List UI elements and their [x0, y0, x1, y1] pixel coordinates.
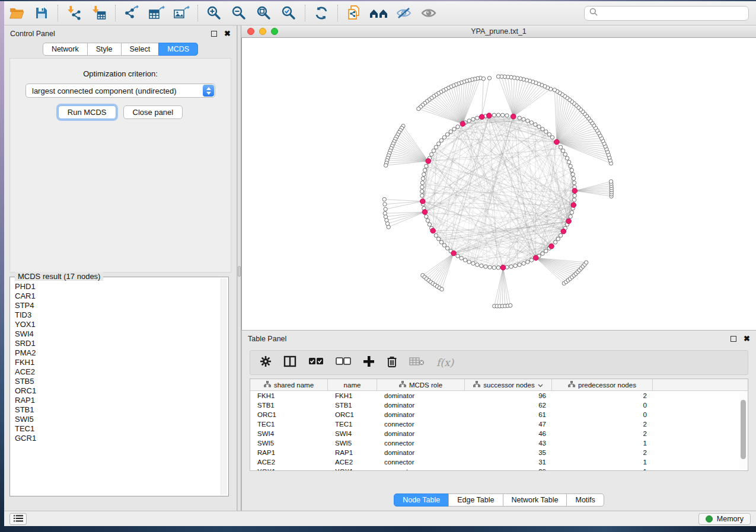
cell-mcds-role[interactable]: dominator	[377, 400, 465, 410]
cell-mcds-role[interactable]: connector	[377, 467, 465, 471]
hide-selected-button[interactable]	[394, 4, 413, 23]
new-network-from-selection-button[interactable]	[344, 4, 363, 23]
tab-select[interactable]: Select	[121, 43, 160, 56]
table-row[interactable]: SWI5SWI5connector431	[250, 438, 748, 448]
table-row[interactable]: TEC1TEC1connector472	[250, 419, 748, 429]
mcds-result-item[interactable]: STB5	[14, 377, 220, 386]
add-column-button[interactable]	[363, 355, 375, 370]
cell-mcds-role[interactable]: dominator	[377, 410, 465, 419]
mcds-result-item[interactable]: ORC1	[14, 386, 220, 396]
column-header-predecessor-nodes[interactable]: predecessor nodes	[552, 379, 653, 390]
table-scrollbar[interactable]	[739, 392, 747, 469]
save-button[interactable]	[32, 4, 51, 23]
mcds-result-item[interactable]: YOX1	[14, 320, 220, 329]
maximize-window-button[interactable]	[271, 28, 278, 35]
column-header-successor-nodes[interactable]: successor nodes	[465, 379, 552, 390]
cell-mcds-role[interactable]: connector	[377, 419, 465, 429]
cell-successor-nodes[interactable]: 96	[465, 391, 552, 400]
tab-motifs[interactable]: Motifs	[566, 493, 604, 507]
cell-name[interactable]: SWI4	[328, 429, 377, 438]
tab-network[interactable]: Network	[43, 43, 88, 56]
deselect-all-button[interactable]	[336, 357, 351, 368]
table-row[interactable]: STB1STB1dominator620	[250, 400, 748, 410]
zoom-selected-button[interactable]	[279, 4, 298, 23]
zoom-out-button[interactable]	[229, 4, 248, 23]
cell-successor-nodes[interactable]: 61	[465, 410, 552, 419]
cell-shared-name[interactable]: ACE2	[250, 457, 328, 467]
show-all-button[interactable]	[419, 4, 438, 23]
delete-table-button[interactable]	[409, 357, 425, 368]
cell-successor-nodes[interactable]: 43	[465, 438, 552, 448]
table-row[interactable]: ACE2ACE2connector311	[250, 457, 748, 467]
cell-name[interactable]: ACE2	[328, 457, 377, 467]
cell-mcds-role[interactable]: dominator	[377, 429, 465, 438]
table-row[interactable]: YOX1YOX1connector291	[250, 467, 748, 471]
minimize-window-button[interactable]	[259, 28, 266, 35]
cell-name[interactable]: SWI5	[328, 438, 377, 448]
table-row[interactable]: FKH1FKH1dominator962	[250, 391, 748, 400]
network-canvas[interactable]	[241, 38, 756, 330]
tab-style[interactable]: Style	[87, 43, 122, 56]
delete-column-button[interactable]	[387, 355, 397, 370]
cell-mcds-role[interactable]: dominator	[377, 391, 465, 400]
mcds-result-item[interactable]: FKH1	[14, 358, 220, 367]
tab-network-table[interactable]: Network Table	[503, 493, 567, 507]
mcds-result-item[interactable]: PHD1	[14, 282, 220, 291]
cell-shared-name[interactable]: TEC1	[250, 419, 328, 429]
global-search[interactable]	[584, 6, 749, 21]
zoom-in-button[interactable]	[205, 4, 224, 23]
mcds-result-item[interactable]: CAR1	[14, 291, 220, 301]
cell-successor-nodes[interactable]: 31	[465, 457, 552, 467]
cell-predecessor-nodes[interactable]: 1	[552, 467, 653, 471]
open-button[interactable]	[7, 4, 26, 23]
cell-predecessor-nodes[interactable]: 2	[552, 419, 653, 429]
cell-successor-nodes[interactable]: 46	[465, 429, 552, 438]
mcds-result-item[interactable]: STB1	[14, 405, 220, 415]
cell-predecessor-nodes[interactable]: 0	[552, 410, 653, 419]
tab-mcds[interactable]: MCDS	[158, 43, 198, 56]
cell-predecessor-nodes[interactable]: 2	[552, 448, 653, 457]
mcds-result-item[interactable]: PMA2	[14, 348, 220, 358]
apply-layout-button[interactable]	[312, 4, 331, 23]
cell-name[interactable]: RAP1	[328, 448, 377, 457]
close-window-button[interactable]	[247, 28, 254, 35]
cell-shared-name[interactable]: SWI5	[250, 438, 328, 448]
column-header-shared-name[interactable]: shared name	[250, 379, 328, 390]
network-window-titlebar[interactable]: YPA_prune.txt_1	[241, 25, 756, 38]
import-table-button[interactable]	[90, 4, 109, 23]
mcds-result-item[interactable]: ACE2	[14, 367, 220, 377]
cell-name[interactable]: ORC1	[328, 410, 377, 419]
mcds-result-item[interactable]: TEC1	[14, 424, 220, 434]
cell-predecessor-nodes[interactable]: 1	[552, 438, 653, 448]
criterion-select[interactable]: largest connected component (undirected)	[25, 84, 215, 98]
close-panel-button[interactable]: Close panel	[123, 105, 183, 119]
cell-predecessor-nodes[interactable]: 2	[552, 429, 653, 438]
table-row[interactable]: SWI4SWI4dominator462	[250, 429, 748, 438]
memory-button[interactable]: Memory	[698, 513, 751, 525]
first-neighbors-button[interactable]	[369, 4, 388, 23]
run-mcds-button[interactable]: Run MCDS	[58, 105, 116, 119]
column-header-name[interactable]: name	[328, 379, 377, 390]
cell-mcds-role[interactable]: dominator	[377, 448, 465, 457]
mcds-result-item[interactable]: TID3	[14, 310, 220, 320]
tab-edge-table[interactable]: Edge Table	[448, 493, 503, 507]
cell-name[interactable]: YOX1	[328, 467, 377, 471]
close-table-panel-icon[interactable]: ✖	[744, 336, 750, 342]
task-history-button[interactable]	[9, 513, 27, 525]
cell-shared-name[interactable]: ORC1	[250, 410, 328, 419]
import-network-button[interactable]	[65, 4, 84, 23]
table-scrollbar-thumb[interactable]	[741, 400, 746, 459]
export-network-button[interactable]	[122, 4, 141, 23]
cell-shared-name[interactable]: YOX1	[250, 467, 328, 471]
table-settings-button[interactable]	[260, 355, 272, 370]
select-all-button[interactable]	[308, 357, 324, 368]
cell-predecessor-nodes[interactable]: 2	[552, 391, 653, 400]
cell-mcds-role[interactable]: connector	[377, 438, 465, 448]
cell-predecessor-nodes[interactable]: 0	[552, 400, 653, 410]
export-table-button[interactable]	[147, 4, 166, 23]
float-panel-icon[interactable]	[211, 31, 217, 37]
table-row[interactable]: ORC1ORC1dominator610	[250, 410, 748, 419]
cell-shared-name[interactable]: RAP1	[250, 448, 328, 457]
show-columns-button[interactable]	[283, 355, 296, 370]
cell-successor-nodes[interactable]: 47	[465, 419, 552, 429]
